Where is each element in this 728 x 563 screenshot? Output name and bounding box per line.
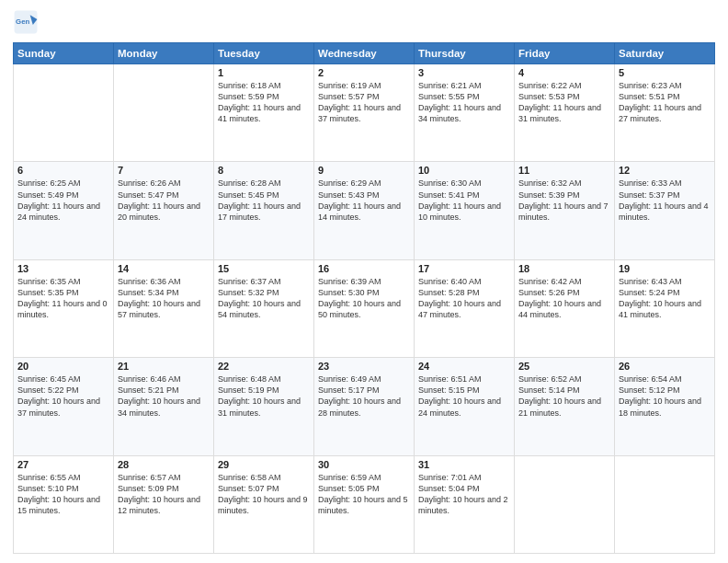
- day-info: Sunrise: 6:51 AM Sunset: 5:15 PM Dayligh…: [418, 373, 510, 419]
- day-info: Sunrise: 6:55 AM Sunset: 5:10 PM Dayligh…: [17, 472, 109, 517]
- calendar-cell: 8Sunrise: 6:28 AM Sunset: 5:45 PM Daylig…: [214, 162, 314, 259]
- day-number: 13: [17, 263, 109, 274]
- calendar-cell: 24Sunrise: 6:51 AM Sunset: 5:15 PM Dayli…: [415, 358, 515, 455]
- calendar-cell: [615, 455, 715, 553]
- day-info: Sunrise: 6:29 AM Sunset: 5:43 PM Dayligh…: [318, 178, 410, 223]
- calendar-cell: 22Sunrise: 6:48 AM Sunset: 5:19 PM Dayli…: [214, 358, 314, 455]
- day-number: 25: [518, 361, 610, 372]
- calendar-cell: 3Sunrise: 6:21 AM Sunset: 5:55 PM Daylig…: [415, 64, 515, 162]
- page: Gen SundayMondayTuesdayWednesdayThursday…: [0, 0, 728, 563]
- calendar-cell: 15Sunrise: 6:37 AM Sunset: 5:32 PM Dayli…: [214, 259, 314, 357]
- day-info: Sunrise: 6:33 AM Sunset: 5:37 PM Dayligh…: [619, 178, 711, 223]
- calendar-header-row: SundayMondayTuesdayWednesdayThursdayFrid…: [14, 43, 715, 64]
- day-number: 3: [418, 67, 510, 78]
- day-info: Sunrise: 6:32 AM Sunset: 5:39 PM Dayligh…: [518, 178, 610, 223]
- day-number: 23: [318, 361, 410, 372]
- day-number: 2: [318, 67, 410, 78]
- calendar-header-monday: Monday: [114, 43, 214, 64]
- calendar-cell: 31Sunrise: 7:01 AM Sunset: 5:04 PM Dayli…: [415, 455, 515, 553]
- day-number: 8: [218, 165, 310, 176]
- day-number: 21: [118, 361, 210, 372]
- calendar-cell: 1Sunrise: 6:18 AM Sunset: 5:59 PM Daylig…: [214, 64, 314, 162]
- calendar-cell: 9Sunrise: 6:29 AM Sunset: 5:43 PM Daylig…: [314, 162, 415, 259]
- day-info: Sunrise: 6:57 AM Sunset: 5:09 PM Dayligh…: [118, 472, 210, 517]
- day-info: Sunrise: 6:43 AM Sunset: 5:24 PM Dayligh…: [619, 276, 711, 321]
- calendar-cell: 26Sunrise: 6:54 AM Sunset: 5:12 PM Dayli…: [615, 358, 715, 455]
- day-number: 31: [418, 459, 510, 470]
- day-info: Sunrise: 6:36 AM Sunset: 5:34 PM Dayligh…: [118, 276, 210, 321]
- day-info: Sunrise: 6:48 AM Sunset: 5:19 PM Dayligh…: [218, 373, 310, 419]
- day-number: 18: [518, 263, 610, 274]
- calendar-week-5: 27Sunrise: 6:55 AM Sunset: 5:10 PM Dayli…: [14, 455, 715, 553]
- calendar-cell: 11Sunrise: 6:32 AM Sunset: 5:39 PM Dayli…: [515, 162, 615, 259]
- svg-text:Gen: Gen: [16, 17, 29, 26]
- day-info: Sunrise: 6:19 AM Sunset: 5:57 PM Dayligh…: [318, 80, 410, 125]
- day-number: 14: [118, 263, 210, 274]
- day-number: 22: [218, 361, 310, 372]
- calendar-cell: 2Sunrise: 6:19 AM Sunset: 5:57 PM Daylig…: [314, 64, 415, 162]
- calendar-cell: [114, 64, 214, 162]
- calendar-header-saturday: Saturday: [615, 43, 715, 64]
- calendar-week-1: 1Sunrise: 6:18 AM Sunset: 5:59 PM Daylig…: [14, 64, 715, 162]
- calendar-cell: 25Sunrise: 6:52 AM Sunset: 5:14 PM Dayli…: [515, 358, 615, 455]
- calendar-table: SundayMondayTuesdayWednesdayThursdayFrid…: [13, 42, 715, 554]
- day-number: 30: [318, 459, 410, 470]
- day-number: 28: [118, 459, 210, 470]
- day-number: 5: [619, 67, 711, 78]
- calendar-cell: 14Sunrise: 6:36 AM Sunset: 5:34 PM Dayli…: [114, 259, 214, 357]
- day-info: Sunrise: 6:23 AM Sunset: 5:51 PM Dayligh…: [619, 80, 711, 125]
- day-number: 15: [218, 263, 310, 274]
- calendar-cell: 30Sunrise: 6:59 AM Sunset: 5:05 PM Dayli…: [314, 455, 415, 553]
- day-number: 1: [218, 67, 310, 78]
- day-info: Sunrise: 6:21 AM Sunset: 5:55 PM Dayligh…: [418, 80, 510, 125]
- day-number: 20: [17, 361, 109, 372]
- calendar-cell: 10Sunrise: 6:30 AM Sunset: 5:41 PM Dayli…: [415, 162, 515, 259]
- day-info: Sunrise: 6:30 AM Sunset: 5:41 PM Dayligh…: [418, 178, 510, 223]
- day-info: Sunrise: 6:18 AM Sunset: 5:59 PM Dayligh…: [218, 80, 310, 125]
- day-number: 24: [418, 361, 510, 372]
- calendar-header-sunday: Sunday: [14, 43, 114, 64]
- calendar-cell: 5Sunrise: 6:23 AM Sunset: 5:51 PM Daylig…: [615, 64, 715, 162]
- calendar-cell: 23Sunrise: 6:49 AM Sunset: 5:17 PM Dayli…: [314, 358, 415, 455]
- day-number: 11: [518, 165, 610, 176]
- header: Gen: [13, 9, 715, 35]
- day-number: 27: [17, 459, 109, 470]
- day-info: Sunrise: 6:25 AM Sunset: 5:49 PM Dayligh…: [17, 178, 109, 223]
- calendar-cell: 16Sunrise: 6:39 AM Sunset: 5:30 PM Dayli…: [314, 259, 415, 357]
- calendar-header-wednesday: Wednesday: [314, 43, 415, 64]
- day-number: 9: [318, 165, 410, 176]
- calendar-cell: 18Sunrise: 6:42 AM Sunset: 5:26 PM Dayli…: [515, 259, 615, 357]
- day-number: 26: [619, 361, 711, 372]
- day-number: 19: [619, 263, 711, 274]
- calendar-cell: 17Sunrise: 6:40 AM Sunset: 5:28 PM Dayli…: [415, 259, 515, 357]
- day-info: Sunrise: 7:01 AM Sunset: 5:04 PM Dayligh…: [418, 472, 510, 517]
- day-info: Sunrise: 6:46 AM Sunset: 5:21 PM Dayligh…: [118, 373, 210, 419]
- calendar-cell: 28Sunrise: 6:57 AM Sunset: 5:09 PM Dayli…: [114, 455, 214, 553]
- day-info: Sunrise: 6:37 AM Sunset: 5:32 PM Dayligh…: [218, 276, 310, 321]
- calendar-cell: 7Sunrise: 6:26 AM Sunset: 5:47 PM Daylig…: [114, 162, 214, 259]
- day-info: Sunrise: 6:45 AM Sunset: 5:22 PM Dayligh…: [17, 373, 109, 419]
- calendar-cell: 29Sunrise: 6:58 AM Sunset: 5:07 PM Dayli…: [214, 455, 314, 553]
- day-number: 10: [418, 165, 510, 176]
- calendar-cell: 13Sunrise: 6:35 AM Sunset: 5:35 PM Dayli…: [14, 259, 114, 357]
- calendar-cell: 21Sunrise: 6:46 AM Sunset: 5:21 PM Dayli…: [114, 358, 214, 455]
- day-info: Sunrise: 6:58 AM Sunset: 5:07 PM Dayligh…: [218, 472, 310, 517]
- logo: Gen: [13, 9, 42, 35]
- calendar-cell: 4Sunrise: 6:22 AM Sunset: 5:53 PM Daylig…: [515, 64, 615, 162]
- day-info: Sunrise: 6:59 AM Sunset: 5:05 PM Dayligh…: [318, 472, 410, 517]
- logo-icon: Gen: [13, 9, 39, 35]
- day-number: 12: [619, 165, 711, 176]
- day-info: Sunrise: 6:35 AM Sunset: 5:35 PM Dayligh…: [17, 276, 109, 321]
- day-info: Sunrise: 6:26 AM Sunset: 5:47 PM Dayligh…: [118, 178, 210, 223]
- day-number: 16: [318, 263, 410, 274]
- day-info: Sunrise: 6:49 AM Sunset: 5:17 PM Dayligh…: [318, 373, 410, 419]
- day-info: Sunrise: 6:54 AM Sunset: 5:12 PM Dayligh…: [619, 373, 711, 419]
- calendar-cell: 20Sunrise: 6:45 AM Sunset: 5:22 PM Dayli…: [14, 358, 114, 455]
- day-info: Sunrise: 6:52 AM Sunset: 5:14 PM Dayligh…: [518, 373, 610, 419]
- day-info: Sunrise: 6:39 AM Sunset: 5:30 PM Dayligh…: [318, 276, 410, 321]
- day-number: 4: [518, 67, 610, 78]
- calendar-header-friday: Friday: [515, 43, 615, 64]
- calendar-cell: [515, 455, 615, 553]
- day-number: 7: [118, 165, 210, 176]
- day-number: 6: [17, 165, 109, 176]
